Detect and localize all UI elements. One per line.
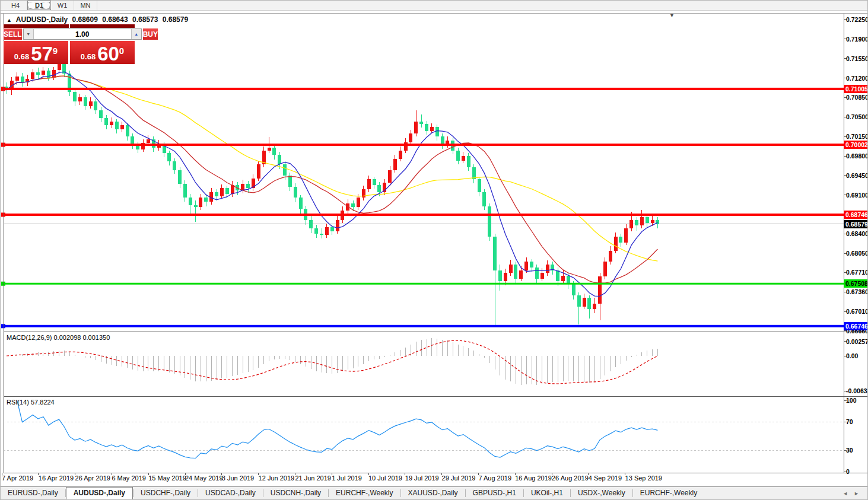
tab-scroll-arrows: ◄► (834, 487, 867, 499)
candle-body (357, 198, 360, 207)
scroll-left-icon[interactable]: ◄ (842, 491, 848, 496)
candle-body (577, 295, 581, 307)
tab-gbpusd-h1[interactable]: GBPUSD-,H1 (466, 487, 523, 499)
scroll-right-icon[interactable]: ► (854, 491, 859, 496)
candle-body (651, 220, 654, 223)
horizontal-level-line (4, 144, 844, 146)
candle-body (561, 276, 565, 281)
candle-body (388, 170, 392, 183)
symbol-tab-bar: EURUSD-,DailyAUDUSD-,DailyUSDCHF-,DailyU… (1, 486, 867, 499)
candle-body (430, 127, 434, 131)
candle-body (257, 164, 260, 178)
candle-body (467, 156, 470, 167)
candle-body (99, 110, 103, 118)
trading-app-window: H4D1W1MN ▲ AUDUSD-,Daily 0.68609 0.68643… (0, 0, 868, 500)
tab-usdx-weekly[interactable]: USDX-,Weekly (571, 487, 632, 499)
tab-xauusd-daily[interactable]: XAUUSD-,Daily (401, 487, 465, 499)
candle-body (609, 251, 612, 262)
candle-body (120, 125, 124, 129)
candle-body (404, 142, 408, 151)
tab-usdcad-daily[interactable]: USDCAD-,Daily (198, 487, 263, 499)
candle-body (377, 185, 381, 192)
candle-body (204, 198, 208, 202)
buy-price-panel[interactable]: 0.68 60 0 (70, 41, 135, 64)
candle-body (268, 148, 271, 151)
tab-ukoil-h1[interactable]: UKOil-,H1 (524, 487, 570, 499)
candle-body (498, 270, 502, 282)
candle-body (126, 125, 129, 136)
candle-body (482, 192, 486, 206)
candle-body (530, 262, 533, 267)
trade-panel-header (4, 24, 135, 28)
candle-body (36, 72, 40, 75)
trade-panel-header-bar (4, 24, 69, 28)
candle-body (78, 97, 82, 101)
sell-price-main: 57 (31, 45, 53, 63)
candle-body (478, 179, 481, 192)
candle-body (399, 151, 402, 159)
buy-price-pip: 0 (119, 41, 124, 61)
candle-body (598, 276, 602, 304)
candle-body (587, 298, 591, 309)
buy-button[interactable]: BUY (143, 28, 158, 40)
tab-audusd-daily[interactable]: AUDUSD-,Daily (66, 487, 133, 499)
candle-body (110, 122, 113, 126)
candle-body (89, 101, 93, 106)
candle-body (309, 220, 313, 228)
candle-body (178, 170, 182, 184)
candle-body (288, 176, 292, 187)
candle-body (294, 187, 297, 198)
volume-increase-icon[interactable]: ▲ (131, 29, 141, 39)
ma-fast-line (7, 72, 657, 296)
candle-body (220, 188, 224, 196)
volume-decrease-icon[interactable]: ▼ (24, 29, 34, 39)
candle-body (115, 122, 119, 129)
candle-body (393, 159, 397, 170)
candle-body (635, 220, 638, 225)
tab-eurchf-weekly[interactable]: EURCHF-,Weekly (329, 487, 400, 499)
candle-body (367, 179, 371, 189)
candle-body (409, 133, 412, 142)
candle-body (320, 234, 323, 235)
tab-usdchf-daily[interactable]: USDCHF-,Daily (133, 487, 198, 499)
candle-body (624, 228, 628, 242)
candle-body (488, 206, 491, 237)
rsi-line (17, 400, 658, 458)
candle-body (640, 217, 644, 225)
candle-body (540, 273, 544, 278)
candle-body (572, 284, 576, 295)
sell-button[interactable]: SELL (4, 28, 22, 40)
chart-symbol-label: AUDUSD-,Daily (16, 15, 68, 24)
candle-body (73, 92, 77, 101)
ohlc-low: 0.68573 (132, 15, 158, 24)
horizontal-level-line (4, 214, 844, 216)
sell-price-panel[interactable]: 0.68 57 9 (4, 41, 68, 64)
candle-body (84, 97, 87, 106)
candle-body (419, 122, 423, 124)
candle-body (58, 64, 61, 70)
sell-price-prefix: 0.68 (14, 51, 29, 63)
volume-input[interactable] (34, 29, 131, 39)
candle-body (167, 153, 171, 161)
candle-body (225, 188, 229, 193)
candle-body (278, 155, 281, 164)
candle-body (183, 184, 187, 198)
candle-body (493, 237, 497, 270)
candle-body (299, 198, 303, 209)
candle-body (325, 227, 329, 235)
candle-body (272, 148, 276, 155)
candle-body (462, 156, 465, 161)
tab-eurchf-weekly[interactable]: EURCHF-,Weekly (633, 487, 704, 499)
ohlc-close: 0.68579 (163, 15, 188, 24)
candle-body (215, 192, 218, 196)
tab-eurusd-daily[interactable]: EURUSD-,Daily (1, 487, 65, 499)
tab-usdcnh-daily[interactable]: USDCNH-,Daily (263, 487, 328, 499)
candle-body (94, 101, 97, 110)
candle-body (42, 71, 45, 75)
collapse-icon[interactable]: ▲ (7, 17, 12, 23)
candle-body (199, 198, 202, 207)
candle-body (603, 262, 607, 276)
candle-body (31, 72, 34, 78)
candle-body (147, 139, 150, 144)
buy-price-prefix: 0.68 (81, 51, 96, 63)
